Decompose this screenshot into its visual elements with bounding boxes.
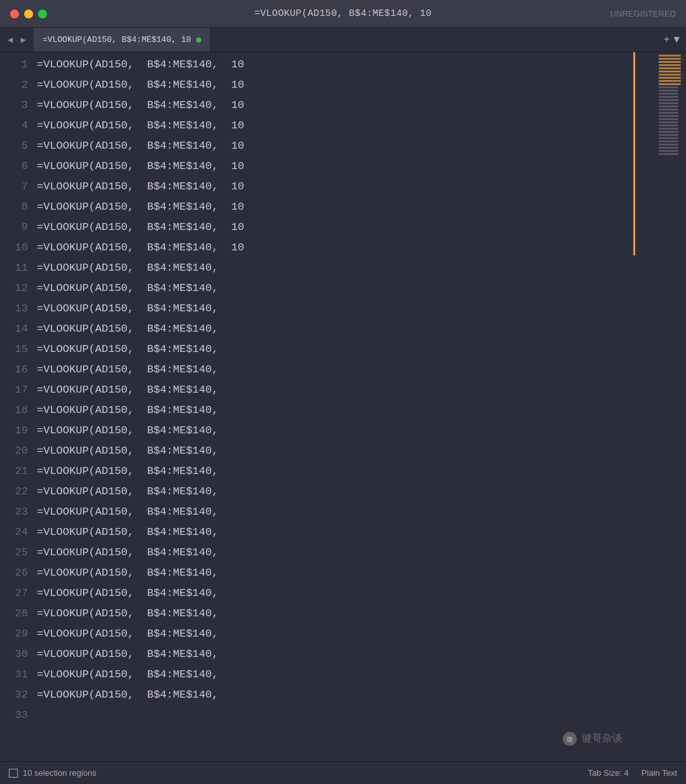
code-line: =VLOOKUP(AD150, B$4:ME$140, [37, 380, 635, 400]
code-line: =VLOOKUP(AD150, B$4:ME$140, [37, 441, 635, 461]
code-line: =VLOOKUP(AD150, B$4:ME$140, [37, 563, 635, 583]
line-number: 12 [0, 278, 28, 299]
selection-checkbox[interactable] [9, 769, 18, 778]
code-line: =VLOOKUP(AD150, B$4:ME$140, 10 [37, 136, 635, 156]
line-number: 6 [0, 156, 28, 177]
minimap-line [659, 71, 681, 72]
selection-marker [633, 52, 635, 255]
code-line: =VLOOKUP(AD150, B$4:ME$140, 10 [37, 217, 635, 238]
status-right: Tab Size: 4 Plain Text [588, 768, 677, 778]
minimap-line [659, 86, 678, 88]
code-line: =VLOOKUP(AD150, B$4:ME$140, 10 [37, 156, 635, 177]
line-number: 16 [0, 360, 28, 380]
minimap-line [659, 96, 678, 98]
svg-text:微: 微 [567, 736, 573, 743]
tab-menu-button[interactable]: ▼ [673, 34, 680, 46]
tabbar: ◀ ▶ =VLOOKUP(AD150, B$4:ME$140, 10 + ▼ [0, 28, 686, 52]
traffic-lights [10, 10, 47, 18]
status-left: 10 selection regions [9, 768, 97, 778]
minimap-line [659, 112, 678, 114]
minimap-line [659, 150, 678, 152]
line-number: 3 [0, 95, 28, 116]
line-number: 9 [0, 217, 28, 238]
window-title: =VLOOKUP(AD150, B$4:ME$140, 10 [254, 8, 431, 19]
line-number: 5 [0, 136, 28, 156]
minimap-line [659, 109, 678, 111]
minimap-line [659, 140, 678, 142]
editor[interactable]: 1234567891011121314151617181920212223242… [0, 52, 686, 761]
code-line: =VLOOKUP(AD150, B$4:ME$140, [37, 543, 635, 563]
minimap-line [659, 80, 681, 82]
line-number: 19 [0, 421, 28, 441]
line-number: 4 [0, 116, 28, 136]
syntax-label[interactable]: Plain Text [642, 768, 677, 778]
minimap [635, 52, 686, 761]
tab-prev-arrow[interactable]: ◀ [5, 33, 15, 46]
minimap-line [659, 105, 678, 107]
line-number: 32 [0, 685, 28, 705]
line-number: 33 [0, 705, 28, 726]
minimap-line [659, 118, 678, 120]
line-number: 14 [0, 319, 28, 339]
line-numbers: 1234567891011121314151617181920212223242… [0, 52, 37, 761]
titlebar: =VLOOKUP(AD150, B$4:ME$140, 10 UNREGISTE… [0, 0, 686, 28]
code-line: =VLOOKUP(AD150, B$4:ME$140, [37, 319, 635, 339]
line-number: 25 [0, 543, 28, 563]
code-line: =VLOOKUP(AD150, B$4:ME$140, 10 [37, 238, 635, 258]
tab-actions: + ▼ [657, 28, 686, 51]
minimap-line [659, 121, 678, 123]
line-number: 11 [0, 258, 28, 278]
minimap-line [659, 134, 678, 136]
code-line: =VLOOKUP(AD150, B$4:ME$140, [37, 278, 635, 299]
tab-label: =VLOOKUP(AD150, B$4:ME$140, 10 [43, 35, 191, 44]
line-number: 21 [0, 461, 28, 482]
minimap-line [659, 99, 678, 101]
code-line: =VLOOKUP(AD150, B$4:ME$140, [37, 421, 635, 441]
code-line: =VLOOKUP(AD150, B$4:ME$140, [37, 360, 635, 380]
code-line: =VLOOKUP(AD150, B$4:ME$140, 10 [37, 95, 635, 116]
code-area[interactable]: =VLOOKUP(AD150, B$4:ME$140, 10=VLOOKUP(A… [37, 52, 635, 761]
minimap-content [659, 55, 681, 155]
tab-modified-dot [196, 37, 201, 43]
code-line: =VLOOKUP(AD150, B$4:ME$140, [37, 339, 635, 360]
new-tab-button[interactable]: + [664, 34, 670, 46]
line-number: 13 [0, 299, 28, 319]
minimap-line [659, 61, 681, 63]
minimap-line [659, 137, 678, 139]
line-number: 7 [0, 177, 28, 197]
minimap-line [659, 153, 678, 155]
code-line: =VLOOKUP(AD150, B$4:ME$140, 10 [37, 197, 635, 217]
line-number: 10 [0, 238, 28, 258]
minimap-line [659, 147, 678, 149]
minimap-line [659, 74, 681, 76]
minimap-line [659, 115, 678, 117]
minimap-line [659, 144, 678, 145]
line-number: 28 [0, 604, 28, 624]
line-number: 2 [0, 75, 28, 95]
minimap-line [659, 102, 678, 104]
line-number: 17 [0, 380, 28, 400]
line-number: 15 [0, 339, 28, 360]
line-number: 18 [0, 400, 28, 421]
unregistered-label: UNREGISTERED [610, 9, 676, 18]
selection-regions-label: 10 selection regions [23, 768, 97, 778]
close-button[interactable] [10, 10, 19, 18]
minimap-line [659, 83, 681, 85]
minimap-line [659, 128, 678, 130]
wechat-icon: 微 [563, 732, 577, 746]
tab-nav: ◀ ▶ [0, 28, 34, 51]
code-line: =VLOOKUP(AD150, B$4:ME$140, 10 [37, 55, 635, 75]
code-line: =VLOOKUP(AD150, B$4:ME$140, [37, 482, 635, 502]
tab-size-label[interactable]: Tab Size: 4 [588, 768, 629, 778]
line-number: 24 [0, 522, 28, 543]
line-number: 20 [0, 441, 28, 461]
minimize-button[interactable] [24, 10, 33, 18]
code-line: =VLOOKUP(AD150, B$4:ME$140, [37, 604, 635, 624]
tab-next-arrow[interactable]: ▶ [18, 33, 28, 46]
line-number: 27 [0, 583, 28, 604]
minimap-line [659, 64, 681, 66]
maximize-button[interactable] [38, 10, 47, 18]
tab-active[interactable]: =VLOOKUP(AD150, B$4:ME$140, 10 [34, 28, 211, 51]
code-line: =VLOOKUP(AD150, B$4:ME$140, [37, 400, 635, 421]
code-line: =VLOOKUP(AD150, B$4:ME$140, [37, 258, 635, 278]
